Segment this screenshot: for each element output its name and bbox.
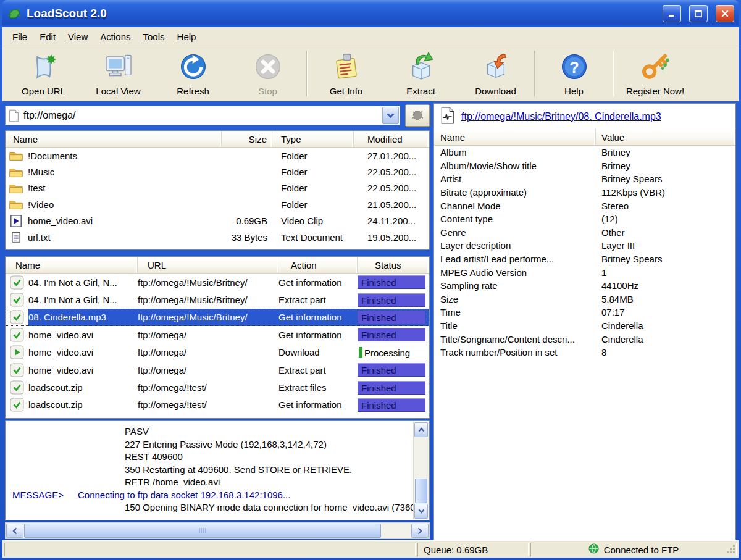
maximize-button[interactable] xyxy=(689,5,708,22)
queue-row-loadscout-zip-extract-files[interactable]: loadscout.zipftp://omega/!test/Extract f… xyxy=(6,378,429,396)
column-header-type[interactable]: Type xyxy=(272,131,354,147)
download-button[interactable]: Download xyxy=(458,49,533,98)
menu-item-view[interactable]: View xyxy=(62,29,94,44)
info-row-channel-mode[interactable]: Channel ModeStereo xyxy=(434,199,735,212)
queue-item-url: ftp://omega/!Music/Britney/ xyxy=(138,277,278,288)
horizontal-scrollbar-thumb[interactable] xyxy=(24,524,381,538)
column-header-modified[interactable]: Modified xyxy=(354,131,429,147)
log-line: RETR /home_video.avi xyxy=(6,476,414,489)
toolbar-separator xyxy=(534,51,535,96)
file-browser-panel: NameSizeTypeModified !DocumentsFolder27.… xyxy=(5,130,430,250)
column-header-name[interactable]: Name xyxy=(6,257,138,273)
queue-row-04-i-m-not-a-girl-n-get-information[interactable]: 04. I'm Not a Girl, N...ftp://omega/!Mus… xyxy=(6,274,429,291)
info-row-sampling-rate[interactable]: Sampling rate44100Hz xyxy=(434,279,735,293)
current-file-link[interactable]: ftp://omega/!Music/Britney/08. Cinderell… xyxy=(461,111,661,122)
queue-item-name: home_video.avi xyxy=(28,365,138,375)
log-line: REST 409600 xyxy=(6,451,414,464)
status-queue: Queue: 0.69GB xyxy=(417,543,529,556)
register-now-button[interactable]: Register Now! xyxy=(615,49,695,98)
queue-item-action: Extract part xyxy=(278,365,358,375)
queue-item-action: Get information xyxy=(278,277,358,288)
info-row-album[interactable]: AlbumBritney xyxy=(434,146,735,159)
info-row-artist[interactable]: ArtistBritney Spears xyxy=(434,172,735,186)
log-vertical-scrollbar[interactable] xyxy=(413,422,429,519)
column-header-size[interactable]: Size xyxy=(222,131,272,147)
scroll-up-icon[interactable] xyxy=(414,422,428,437)
chevron-down-icon[interactable] xyxy=(382,107,399,124)
info-row-title[interactable]: TitleCinderella xyxy=(434,319,735,333)
file-row-home-video-avi[interactable]: home_video.avi0.69GBVideo Clip24.11.200.… xyxy=(6,213,429,229)
info-row-content-type[interactable]: Content type(12) xyxy=(434,212,735,226)
scroll-left-icon[interactable] xyxy=(6,524,23,538)
queue-row-home-video-avi-download[interactable]: home_video.aviftp://omega/DownloadProces… xyxy=(6,344,429,361)
info-row-track-number-position-in-set[interactable]: Track number/Position in set8 xyxy=(434,346,735,359)
go-button[interactable] xyxy=(405,104,430,127)
menu-item-tools[interactable]: Tools xyxy=(137,29,171,44)
scroll-right-icon[interactable] xyxy=(411,524,429,538)
property-value: 5.84MB xyxy=(596,294,735,304)
menu-item-file[interactable]: File xyxy=(6,29,33,44)
property-name: Track number/Position in set xyxy=(434,347,596,357)
toolbar-separator xyxy=(613,51,614,96)
queue-row-home-video-avi-get-information[interactable]: home_video.aviftp://omega/Get informatio… xyxy=(6,326,429,343)
info-row-album-movie-show-title[interactable]: Album/Movie/Show titleBritney xyxy=(434,159,735,173)
property-value: 112Kbps (VBR) xyxy=(596,187,735,198)
column-header-status[interactable]: Status xyxy=(358,257,429,273)
property-name: Artist xyxy=(434,173,596,184)
info-row-bitrate-approximate[interactable]: Bitrate (approximate)112Kbps (VBR) xyxy=(434,186,735,199)
info-row-lead-artist-lead-performe[interactable]: Lead artist/Lead performe...Britney Spea… xyxy=(434,253,735,266)
column-header-url[interactable]: URL xyxy=(138,257,278,273)
file-row-music[interactable]: !MusicFolder22.05.200... xyxy=(6,164,429,180)
refresh-button[interactable]: Refresh xyxy=(156,49,230,98)
info-row-mpeg-audio-version[interactable]: MPEG Audio Version1 xyxy=(434,265,735,279)
address-combobox[interactable]: ftp://omega/ xyxy=(5,106,400,125)
open-url-button[interactable]: Open URL xyxy=(6,49,81,98)
file-modified: 22.05.200... xyxy=(354,167,429,177)
get-info-button[interactable]: Get Info xyxy=(309,49,383,98)
column-header-name[interactable]: Name xyxy=(434,129,596,145)
info-row-size[interactable]: Size5.84MB xyxy=(434,293,735,306)
stop-icon xyxy=(253,51,283,83)
address-input[interactable]: ftp://omega/ xyxy=(23,110,382,121)
menu-item-help[interactable]: Help xyxy=(171,29,203,44)
menu-item-actions[interactable]: Actions xyxy=(94,29,136,44)
file-row-documents[interactable]: !DocumentsFolder27.01.200... xyxy=(6,148,429,164)
file-row-url-txt[interactable]: url.txt33 BytesText Document19.05.200... xyxy=(6,229,429,245)
queue-item-url: ftp://omega/!test/ xyxy=(138,382,278,393)
video-file-icon xyxy=(9,215,24,227)
info-row-title-songname-content-descri[interactable]: Title/Songname/Content descri...Cinderel… xyxy=(434,332,735,346)
queue-row-08-cinderella-mp3-get-information[interactable]: 08. Cinderella.mp3ftp://omega/!Music/Bri… xyxy=(6,309,429,326)
status-section-empty xyxy=(4,543,416,556)
extract-icon xyxy=(406,51,436,83)
log-horizontal-scrollbar[interactable] xyxy=(5,522,430,539)
queue-row-home-video-avi-extract-part[interactable]: home_video.aviftp://omega/Extract partFi… xyxy=(6,361,429,378)
info-row-layer-description[interactable]: Layer descriptionLayer III xyxy=(434,239,735,253)
close-button[interactable] xyxy=(716,5,734,22)
toolbar-button-label: Refresh xyxy=(177,86,209,96)
column-header-action[interactable]: Action xyxy=(278,257,358,273)
help-button[interactable]: ?Help xyxy=(537,49,611,98)
log-scrollbar-thumb[interactable] xyxy=(415,479,427,503)
file-row-test[interactable]: !testFolder22.05.200... xyxy=(6,180,429,196)
local-view-button[interactable]: Local View xyxy=(81,49,156,98)
queue-item-action: Get information xyxy=(278,312,358,322)
queue-row-04-i-m-not-a-girl-n-extract-part[interactable]: 04. I'm Not a Girl, N...ftp://omega/!Mus… xyxy=(6,291,429,308)
info-row-time[interactable]: Time07:17 xyxy=(434,306,735,319)
queue-row-loadscout-zip-get-information[interactable]: loadscout.zipftp://omega/!test/Get infor… xyxy=(6,396,429,414)
file-row-video[interactable]: !VideoFolder21.05.200... xyxy=(6,196,429,212)
file-type: Folder xyxy=(272,167,354,177)
extract-button[interactable]: Extract xyxy=(383,49,458,98)
scroll-down-icon[interactable] xyxy=(414,504,428,519)
minimize-button[interactable] xyxy=(663,5,681,22)
property-name: Channel Mode xyxy=(434,201,596,211)
resize-grip[interactable] xyxy=(727,545,735,554)
menu-item-edit[interactable]: Edit xyxy=(33,29,62,44)
column-header-value[interactable]: Value xyxy=(596,129,735,145)
column-header-name[interactable]: Name xyxy=(6,131,222,147)
info-row-genre[interactable]: GenreOther xyxy=(434,226,735,240)
queue-item-name: 04. I'm Not a Girl, N... xyxy=(28,295,138,305)
refresh-icon xyxy=(178,51,208,83)
open-url-icon xyxy=(29,51,59,83)
play-icon xyxy=(10,345,24,359)
log-line: 227 Entering Passive Mode (192,168,3,142… xyxy=(6,438,414,451)
